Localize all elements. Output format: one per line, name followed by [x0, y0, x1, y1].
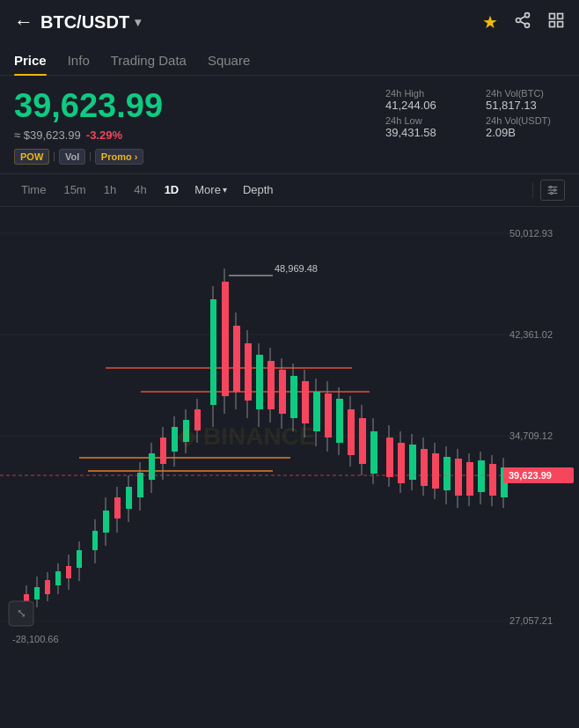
toolbar-1d[interactable]: 1D	[158, 180, 187, 200]
svg-text:⤡: ⤡	[17, 607, 26, 620]
price-tags: POW | Vol | Promo ›	[14, 149, 371, 165]
vol-btc-label: 24h Vol(BTC)	[486, 88, 565, 99]
back-button[interactable]: ←	[14, 11, 33, 33]
svg-line-4	[520, 16, 525, 18]
svg-rect-86	[370, 431, 377, 474]
more-label: More	[194, 183, 221, 196]
favorite-icon[interactable]: ★	[482, 11, 498, 33]
svg-text:34,709.12: 34,709.12	[509, 430, 553, 441]
svg-text:◆ BINANCE: ◆ BINANCE	[176, 423, 315, 450]
svg-rect-92	[409, 445, 416, 480]
svg-rect-100	[455, 459, 462, 496]
svg-rect-29	[45, 580, 50, 594]
svg-point-0	[525, 12, 530, 17]
svg-point-1	[517, 18, 521, 22]
svg-rect-70	[279, 370, 286, 414]
svg-rect-78	[325, 393, 332, 438]
chart-area[interactable]: ◆ BINANCE 50,012.93 42,361.02 34,709.12 …	[0, 207, 579, 647]
svg-rect-84	[359, 418, 366, 464]
chart-svg: ◆ BINANCE 50,012.93 42,361.02 34,709.12 …	[0, 207, 579, 647]
grid-icon[interactable]	[547, 11, 565, 33]
svg-rect-33	[66, 566, 71, 578]
svg-rect-90	[398, 443, 405, 483]
pair-dropdown-icon[interactable]: ▾	[135, 15, 141, 29]
chart-toolbar: Time 15m 1h 4h 1D More ▾ Depth	[0, 173, 579, 207]
toolbar-4h[interactable]: 4h	[127, 180, 153, 200]
svg-rect-72	[290, 376, 297, 418]
svg-rect-41	[114, 497, 121, 518]
svg-rect-62	[233, 326, 240, 392]
svg-rect-45	[137, 473, 143, 497]
toolbar-depth[interactable]: Depth	[236, 180, 281, 200]
main-price: 39,623.99	[14, 88, 371, 125]
svg-text:-28,100.66: -28,100.66	[12, 634, 59, 644]
price-left: 39,623.99 ≈ $39,623.99 -3.29% POW | Vol …	[14, 88, 371, 165]
svg-rect-5	[550, 13, 555, 18]
vol-usdt-value: 2.09B	[486, 126, 565, 139]
toolbar-time[interactable]: Time	[14, 180, 53, 200]
tab-price[interactable]: Price	[14, 44, 47, 75]
tag-promo[interactable]: Promo ›	[95, 149, 144, 165]
vol-usdt-label: 24h Vol(USDT)	[486, 115, 565, 126]
svg-rect-82	[348, 409, 355, 455]
svg-line-3	[520, 21, 525, 24]
toolbar-more[interactable]: More ▾	[189, 180, 232, 200]
price-stats: 24h High 41,244.06 24h Vol(BTC) 51,817.1…	[385, 88, 565, 165]
svg-point-2	[525, 23, 530, 27]
svg-rect-37	[92, 531, 98, 550]
svg-rect-27	[34, 587, 40, 599]
svg-rect-104	[478, 460, 485, 492]
svg-rect-66	[256, 355, 263, 409]
toolbar-15m[interactable]: 15m	[56, 180, 92, 200]
svg-rect-49	[160, 438, 166, 464]
header-icons: ★	[482, 11, 565, 33]
svg-rect-6	[558, 13, 563, 18]
svg-rect-31	[55, 571, 61, 585]
svg-text:48,969.48: 48,969.48	[275, 263, 318, 274]
stat-24h-low: 24h Low 39,431.58	[385, 115, 465, 139]
tab-info[interactable]: Info	[68, 44, 90, 75]
svg-rect-43	[126, 487, 132, 509]
svg-rect-74	[302, 381, 309, 423]
tag-vol[interactable]: Vol	[59, 149, 85, 165]
high-value: 41,244.06	[385, 99, 465, 112]
svg-rect-98	[443, 457, 451, 490]
header: ← BTC/USDT ▾ ★	[0, 0, 579, 44]
svg-point-13	[553, 189, 555, 191]
high-label: 24h High	[385, 88, 465, 99]
toolbar-divider	[532, 182, 533, 198]
svg-text:27,057.21: 27,057.21	[509, 615, 553, 626]
svg-rect-88	[386, 438, 393, 477]
svg-rect-59	[222, 282, 229, 396]
stat-24h-high: 24h High 41,244.06	[385, 88, 465, 112]
low-value: 39,431.58	[385, 126, 465, 139]
svg-rect-57	[210, 299, 216, 405]
tab-trading-data[interactable]: Trading Data	[111, 44, 187, 75]
svg-rect-94	[421, 449, 428, 486]
svg-point-14	[551, 192, 553, 194]
share-icon[interactable]	[514, 11, 531, 33]
svg-rect-64	[245, 343, 252, 401]
svg-rect-68	[268, 361, 275, 409]
svg-rect-8	[558, 21, 563, 26]
stat-vol-btc: 24h Vol(BTC) 51,817.13	[486, 88, 565, 112]
svg-rect-39	[103, 511, 109, 533]
svg-rect-102	[466, 462, 473, 496]
low-label: 24h Low	[385, 115, 465, 126]
chart-settings-button[interactable]	[540, 180, 565, 201]
toolbar-1h[interactable]: 1h	[97, 180, 123, 200]
more-dropdown-icon: ▾	[223, 185, 227, 195]
svg-rect-106	[489, 464, 496, 496]
svg-rect-80	[336, 399, 343, 443]
vol-btc-value: 51,817.13	[486, 99, 565, 112]
price-section: 39,623.99 ≈ $39,623.99 -3.29% POW | Vol …	[0, 76, 579, 173]
tab-square[interactable]: Square	[208, 44, 250, 75]
tag-pow[interactable]: POW	[14, 149, 49, 165]
tab-bar: Price Info Trading Data Square	[0, 44, 579, 76]
svg-rect-7	[550, 21, 555, 26]
price-change: -3.29%	[86, 129, 122, 142]
svg-text:42,361.02: 42,361.02	[509, 329, 553, 340]
svg-rect-35	[77, 550, 82, 568]
svg-text:39,623.99: 39,623.99	[509, 470, 552, 481]
trading-pair-label: BTC/USDT	[40, 12, 129, 33]
